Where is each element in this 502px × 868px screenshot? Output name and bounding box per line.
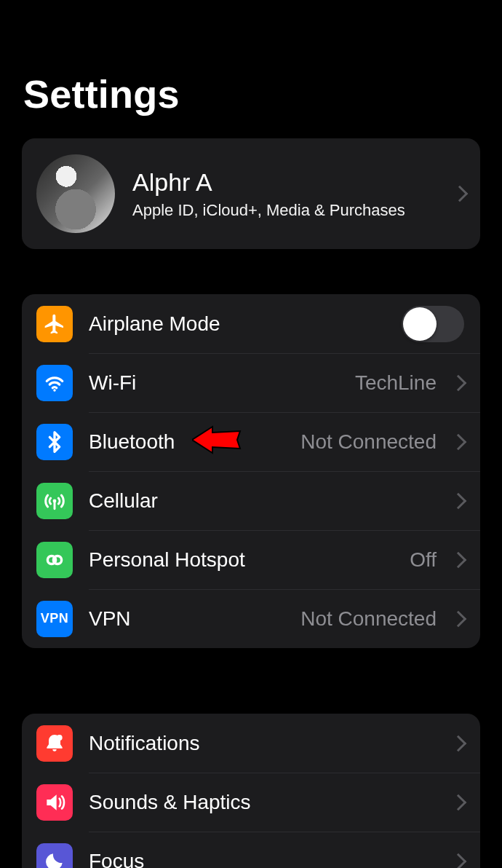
vpn-detail: Not Connected: [300, 607, 437, 631]
page-title: Settings: [0, 0, 502, 117]
airplane-label: Airplane Mode: [89, 312, 220, 336]
wifi-row[interactable]: Wi-Fi TechLine: [22, 353, 480, 412]
notifications-label: Notifications: [89, 732, 200, 755]
profile-row[interactable]: Alphr A Apple ID, iCloud+, Media & Purch…: [22, 138, 480, 249]
svg-point-6: [57, 735, 63, 741]
airplane-toggle[interactable]: [402, 306, 464, 342]
sounds-label: Sounds & Haptics: [89, 791, 251, 814]
chevron-right-icon: [450, 853, 467, 868]
airplane-icon: [36, 306, 73, 342]
profile-name: Alphr A: [132, 167, 448, 197]
hotspot-icon: [36, 542, 73, 578]
focus-label: Focus: [89, 850, 144, 868]
vpn-row[interactable]: VPN VPN Not Connected: [22, 589, 480, 648]
notifications-row[interactable]: Notifications: [22, 714, 480, 773]
alerts-group: Notifications Sounds & Haptics: [22, 714, 480, 868]
focus-icon: [36, 843, 73, 869]
profile-text: Alphr A Apple ID, iCloud+, Media & Purch…: [132, 167, 448, 221]
bluetooth-row[interactable]: Bluetooth Not Connected: [22, 412, 480, 471]
avatar: [36, 154, 115, 233]
profile-subtitle: Apple ID, iCloud+, Media & Purchases: [132, 201, 448, 220]
bluetooth-label: Bluetooth: [89, 430, 175, 454]
focus-row[interactable]: Focus: [22, 832, 480, 868]
chevron-right-icon: [452, 186, 469, 202]
connectivity-group: Airplane Mode Wi-Fi TechLine: [22, 294, 480, 648]
chevron-right-icon: [450, 375, 467, 392]
wifi-icon: [36, 365, 73, 401]
chevron-right-icon: [450, 611, 467, 628]
svg-point-5: [53, 556, 61, 564]
vpn-label: VPN: [89, 607, 131, 631]
hotspot-label: Personal Hotspot: [89, 548, 245, 572]
chevron-right-icon: [450, 434, 467, 451]
hotspot-detail: Off: [410, 548, 437, 572]
notifications-icon: [36, 725, 73, 762]
cellular-row[interactable]: Cellular: [22, 471, 480, 530]
hotspot-row[interactable]: Personal Hotspot Off: [22, 530, 480, 589]
chevron-right-icon: [450, 493, 467, 510]
wifi-detail: TechLine: [355, 371, 437, 395]
chevron-right-icon: [450, 735, 467, 751]
bluetooth-icon: [36, 424, 73, 460]
wifi-label: Wi-Fi: [89, 371, 136, 395]
cellular-label: Cellular: [89, 489, 158, 513]
airplane-mode-row[interactable]: Airplane Mode: [22, 294, 480, 353]
bluetooth-detail: Not Connected: [300, 430, 437, 454]
chevron-right-icon: [450, 794, 467, 811]
vpn-icon: VPN: [36, 601, 73, 637]
sounds-row[interactable]: Sounds & Haptics: [22, 773, 480, 832]
cellular-icon: [36, 483, 73, 519]
sounds-icon: [36, 784, 73, 821]
svg-point-0: [53, 389, 55, 391]
chevron-right-icon: [450, 552, 467, 569]
profile-group: Alphr A Apple ID, iCloud+, Media & Purch…: [22, 138, 480, 249]
